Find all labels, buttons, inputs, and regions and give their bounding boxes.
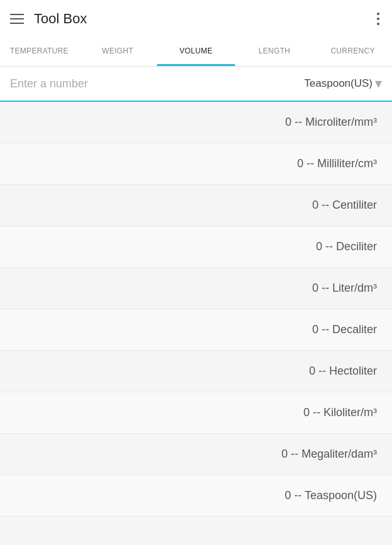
header-left: Tool Box (10, 11, 87, 27)
result-separator: -- (325, 240, 336, 253)
app-header: Tool Box (0, 0, 392, 38)
result-value: 0 (309, 365, 315, 377)
list-item: 0 -- Centiliter (0, 185, 392, 226)
list-item: 0 -- Decaliter (0, 309, 392, 351)
result-value: 0 (285, 116, 291, 128)
unit-selector[interactable]: Teaspoon(US) ▾ (281, 77, 382, 91)
result-unit: Megaliter/dam³ (302, 448, 377, 460)
tab-length[interactable]: LENGTH (235, 38, 313, 66)
result-value: 0 (281, 448, 288, 460)
result-value: 0 (285, 489, 291, 502)
tab-bar: TEMPERATURE WEIGHT VOLUME LENGTH CURRENC… (0, 38, 392, 67)
tab-currency[interactable]: CURRENCY (313, 38, 392, 66)
result-value: 0 (312, 323, 318, 336)
result-separator: -- (313, 406, 324, 419)
selected-unit-label: Teaspoon(US) (304, 77, 373, 90)
list-item: 0 -- Hectoliter (0, 351, 392, 392)
result-unit: Milliliter/cm³ (317, 157, 377, 170)
list-item: 0 -- Kiloliter/m³ (0, 392, 392, 434)
tab-weight[interactable]: WEIGHT (79, 38, 157, 66)
result-separator: -- (307, 157, 317, 170)
list-item: 0 -- Deciliter (0, 226, 392, 268)
result-value: 0 (303, 406, 310, 419)
result-separator: -- (322, 323, 332, 336)
result-separator: -- (318, 365, 329, 377)
result-value: 0 (312, 199, 318, 211)
list-item: 0 -- Teaspoon(US) (0, 475, 392, 517)
result-unit: Teaspoon(US) (305, 489, 377, 502)
number-input[interactable] (10, 77, 281, 91)
results-list: 0 -- Microliter/mm³ 0 -- Milliliter/cm³ … (0, 102, 392, 517)
result-separator: -- (291, 448, 302, 460)
result-unit: Deciliter (336, 240, 377, 253)
result-separator: -- (295, 116, 305, 128)
list-item: 0 -- Megaliter/dam³ (0, 434, 392, 475)
list-item: 0 -- Microliter/mm³ (0, 102, 392, 143)
list-item: 0 -- Liter/dm³ (0, 268, 392, 309)
hamburger-menu-icon[interactable] (10, 14, 24, 24)
result-unit: Microliter/mm³ (305, 116, 377, 128)
result-separator: -- (294, 489, 305, 502)
result-value: 0 (297, 157, 303, 170)
app-title: Tool Box (34, 11, 87, 27)
result-value: 0 (312, 282, 318, 294)
result-unit: Hectoliter (329, 365, 377, 377)
more-options-icon[interactable] (374, 8, 382, 30)
result-unit: Centiliter (332, 199, 377, 211)
result-value: 0 (316, 240, 322, 253)
dropdown-arrow-icon: ▾ (375, 77, 382, 91)
tab-volume[interactable]: VOLUME (157, 38, 236, 66)
result-separator: -- (322, 199, 332, 211)
result-unit: Decaliter (332, 323, 377, 336)
tab-temperature[interactable]: TEMPERATURE (0, 38, 79, 66)
list-item: 0 -- Milliliter/cm³ (0, 143, 392, 185)
input-area: Teaspoon(US) ▾ (0, 67, 392, 102)
result-separator: -- (322, 282, 332, 294)
result-unit: Liter/dm³ (332, 282, 377, 294)
result-unit: Kiloliter/m³ (324, 406, 377, 419)
